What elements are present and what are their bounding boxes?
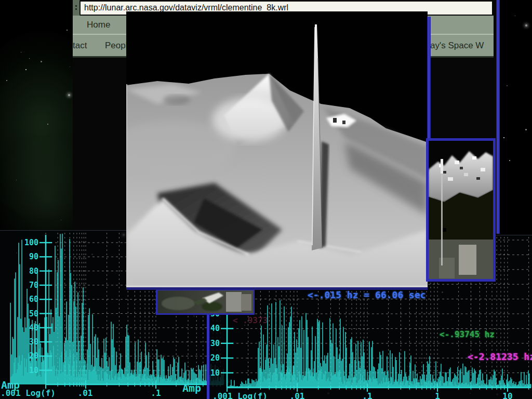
star [210, 334, 210, 334]
terrain-thumbnail-bottom-image [157, 290, 253, 313]
star [107, 349, 108, 350]
browser-chrome-strip [73, 0, 80, 16]
star [389, 303, 390, 304]
lunar-terrain-3d-render [126, 11, 428, 287]
nav-item-contact[interactable]: tact [73, 41, 87, 51]
star [58, 362, 58, 363]
star [301, 389, 303, 390]
colon-icon [75, 5, 77, 7]
star [442, 291, 443, 293]
star [47, 124, 48, 125]
star [25, 69, 26, 70]
star [16, 252, 17, 254]
star [318, 355, 318, 356]
star [217, 360, 218, 361]
star [496, 393, 498, 395]
star [88, 296, 88, 296]
star [28, 347, 29, 348]
star [503, 244, 503, 245]
star [293, 301, 294, 301]
star [327, 392, 329, 394]
star [193, 315, 195, 317]
star [124, 242, 125, 243]
colon-icon [75, 8, 77, 10]
star [451, 320, 451, 320]
star [29, 58, 30, 59]
star [292, 297, 292, 297]
star [470, 393, 471, 394]
star [47, 391, 47, 391]
star [407, 366, 408, 367]
star [158, 388, 159, 389]
star [244, 325, 245, 326]
star [30, 298, 31, 299]
star [108, 298, 109, 299]
star [6, 80, 7, 81]
star [16, 180, 17, 180]
star [41, 347, 42, 348]
star [31, 259, 32, 260]
star [105, 366, 107, 368]
star [340, 350, 341, 351]
star [525, 24, 527, 26]
star [66, 30, 68, 31]
star [124, 336, 124, 337]
screen: http://lunar.arc.nasa.gov/dataviz/vrml/c… [0, 0, 532, 399]
star [366, 389, 368, 391]
star [75, 385, 76, 385]
star [500, 307, 501, 308]
star [61, 220, 61, 220]
star [404, 357, 405, 358]
star [423, 295, 424, 296]
star [148, 392, 149, 392]
star [525, 129, 527, 130]
star [71, 301, 71, 302]
star [91, 254, 93, 255]
star [31, 358, 32, 360]
star [515, 16, 515, 16]
star [75, 332, 77, 334]
star [68, 94, 70, 96]
star [107, 363, 108, 365]
star [228, 381, 230, 383]
window-frame-mid-border [427, 17, 431, 139]
star [107, 334, 108, 335]
star [76, 291, 77, 292]
star [204, 324, 205, 325]
star [503, 137, 504, 138]
star [275, 385, 276, 386]
star [507, 85, 508, 86]
terrain-thumbnail-bottom[interactable] [156, 289, 255, 315]
star [309, 294, 309, 294]
star [433, 301, 433, 302]
star [123, 234, 125, 236]
star [509, 160, 510, 161]
vrml-terrain-viewport[interactable] [126, 11, 428, 290]
star [48, 332, 49, 333]
star [57, 260, 58, 261]
star [239, 343, 240, 343]
star [70, 66, 70, 67]
star [23, 325, 24, 325]
nav-item-todays-space-weather[interactable]: ay's Space W [430, 41, 484, 51]
star [118, 348, 120, 349]
star [21, 52, 21, 52]
terrain-thumbnail-right-image [429, 141, 493, 279]
star [332, 352, 333, 352]
terrain-thumbnail-right[interactable] [426, 138, 496, 282]
star [180, 362, 180, 363]
nav-item-home[interactable]: Home [87, 20, 110, 30]
star [41, 61, 42, 62]
star [89, 312, 90, 312]
star [260, 334, 262, 336]
window-frame-right-border [496, 0, 500, 234]
star [64, 341, 65, 342]
star [135, 365, 136, 365]
